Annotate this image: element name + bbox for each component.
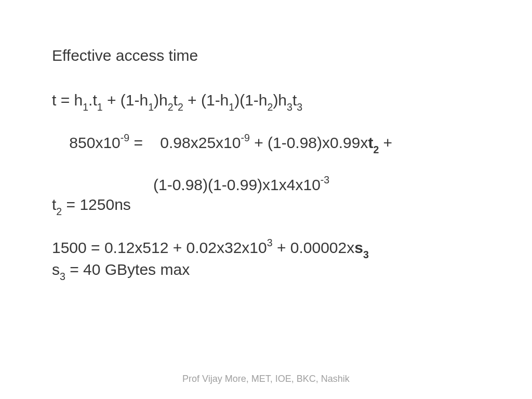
equation-3: (1-0.98)(1-0.99)x1x4x10-3 (52, 175, 480, 195)
footer-credit: Prof Vijay More, MET, IOE, BKC, Nashik (0, 374, 532, 384)
equation-1: t = h1.t1 + (1-h1)h2t2 + (1-h1)(1-h2)h3t… (52, 90, 480, 112)
spacer (52, 217, 480, 237)
equation-5: 1500 = 0.12x512 + 0.02x32x103 + 0.00002x… (52, 237, 480, 260)
slide-content: Effective access time t = h1.t1 + (1-h1)… (0, 0, 532, 282)
slide-title: Effective access time (52, 46, 480, 65)
equation-2: 850x10-9 = 0.98x25x10-9 + (1-0.98)x0.99x… (52, 112, 480, 175)
equation-4: t2 = 1250ns (52, 195, 480, 217)
equation-6: s3 = 40 GBytes max (52, 260, 480, 282)
